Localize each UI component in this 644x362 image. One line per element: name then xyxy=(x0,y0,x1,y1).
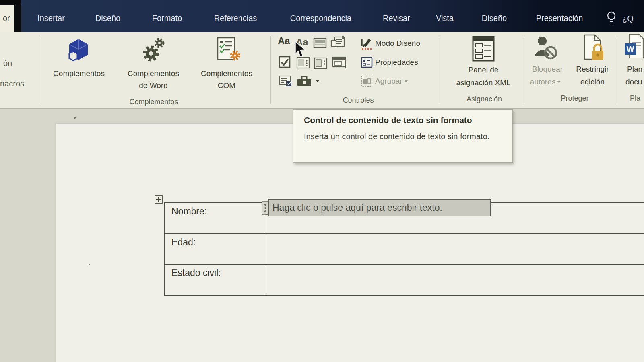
design-mode-icon[interactable] xyxy=(360,37,373,50)
content-control-placeholder: Haga clic o pulse aquí para escribir tex… xyxy=(272,202,442,213)
table-border-left xyxy=(164,202,165,296)
group-label-controles: Controles xyxy=(343,96,374,105)
code-group-partial-text: nacros xyxy=(0,79,24,88)
repeating-section-control-button[interactable] xyxy=(279,75,292,88)
tab-diseno-tabla[interactable]: Diseño xyxy=(482,14,507,23)
content-control-handle[interactable] xyxy=(262,201,268,215)
window-corner-black xyxy=(0,0,21,6)
group-divider xyxy=(524,36,524,104)
tell-me-text[interactable]: ¿Q xyxy=(622,14,634,23)
table-row-divider xyxy=(164,264,644,265)
table-cell-edad[interactable]: Edad: xyxy=(171,237,196,248)
legacy-tools-button[interactable] xyxy=(297,76,312,88)
tab-vista[interactable]: Vista xyxy=(436,14,454,23)
ribbon-programador: ón nacros Complementos Complementos de W… xyxy=(0,32,644,109)
group-label-complementos: Complementos xyxy=(129,98,178,106)
tab-formato[interactable]: Formato xyxy=(152,14,182,23)
ribbon-tab-bar: or Insertar Diseño Formato Referencias C… xyxy=(0,0,644,32)
tab-correspondencia[interactable]: Correspondencia xyxy=(290,14,351,23)
addins-button[interactable]: Complementos xyxy=(53,69,105,78)
restrict-editing-button[interactable]: Restringir xyxy=(576,65,609,74)
picture-control-button[interactable] xyxy=(313,38,327,48)
tooltip-plain-text-control: Control de contenido de texto sin format… xyxy=(293,109,513,163)
addins-cube-icon[interactable] xyxy=(68,38,89,62)
properties-icon[interactable] xyxy=(361,56,373,68)
group-divider xyxy=(270,36,271,104)
group-label-asignacion: Asignación xyxy=(466,95,502,103)
lightbulb-icon[interactable] xyxy=(606,10,617,26)
document-template-icon[interactable]: W xyxy=(625,34,644,61)
group-controls-icon[interactable] xyxy=(361,75,373,87)
group-label-plantillas: Pla xyxy=(630,94,640,103)
com-addins-button-line2[interactable]: COM xyxy=(218,81,235,90)
block-authors-icon[interactable] xyxy=(534,35,559,63)
xml-mapping-pane-icon[interactable] xyxy=(472,35,495,62)
table-column-divider xyxy=(266,202,266,296)
tooltip-body: Inserta un control de contenido de texto… xyxy=(304,130,497,143)
block-authors-button[interactable]: Bloquear xyxy=(532,65,563,74)
date-picker-control-button[interactable] xyxy=(332,56,346,69)
xml-mapping-pane-button-line2[interactable]: asignación XML xyxy=(456,78,510,87)
tab-insertar[interactable]: Insertar xyxy=(37,14,65,23)
com-addins-button[interactable]: Complementos xyxy=(201,69,252,78)
tab-referencias[interactable]: Referencias xyxy=(214,14,257,23)
tab-gap-black xyxy=(14,5,21,32)
table-cell-nombre[interactable]: Nombre: xyxy=(171,206,207,217)
tab-diseno[interactable]: Diseño xyxy=(95,14,120,23)
rich-text-control-button[interactable]: Aa xyxy=(278,35,290,47)
group-divider xyxy=(39,36,39,104)
code-group-partial-text: ón xyxy=(3,59,12,68)
com-addins-icon[interactable] xyxy=(216,37,241,62)
active-tab-label: or xyxy=(3,14,10,23)
group-controls-button[interactable]: Agrupar xyxy=(375,77,408,86)
document-template-button-line2[interactable]: docu xyxy=(625,78,642,86)
tab-programador-active[interactable]: or xyxy=(0,5,14,32)
word-window: or Insertar Diseño Formato Referencias C… xyxy=(0,0,644,362)
word-addins-gears-icon[interactable] xyxy=(142,37,166,62)
group-caret-icon xyxy=(405,80,408,82)
restrict-editing-button-line2[interactable]: edición xyxy=(580,78,605,86)
xml-mapping-pane-button[interactable]: Panel de xyxy=(468,66,498,74)
restrict-editing-icon[interactable] xyxy=(582,34,605,64)
svg-text:W: W xyxy=(627,45,634,53)
content-control-field[interactable]: Haga clic o pulse aquí para escribir tex… xyxy=(268,199,491,216)
table-row-divider xyxy=(164,233,644,234)
building-block-gallery-control-button[interactable] xyxy=(330,36,345,49)
block-authors-caret-icon xyxy=(557,81,561,83)
table-border-bottom xyxy=(164,295,644,296)
tooltip-title: Control de contenido de texto sin format… xyxy=(304,115,472,125)
tab-presentacion[interactable]: Presentación xyxy=(536,14,583,23)
table-cell-estado-civil[interactable]: Estado civil: xyxy=(171,267,221,278)
word-addins-button-line2[interactable]: de Word xyxy=(139,81,167,90)
screen-speck xyxy=(89,264,90,265)
document-template-button[interactable]: Plan xyxy=(627,65,642,74)
dropdown-list-control-button[interactable] xyxy=(314,57,328,69)
properties-button[interactable]: Propiedades xyxy=(375,58,418,67)
legacy-tools-caret-icon[interactable] xyxy=(316,80,319,82)
group-divider xyxy=(618,36,618,104)
screen-speck xyxy=(74,117,76,119)
design-mode-button[interactable]: Modo Diseño xyxy=(375,39,420,48)
word-addins-button[interactable]: Complementos xyxy=(128,69,179,78)
group-label-proteger: Proteger xyxy=(561,94,588,103)
mouse-cursor xyxy=(294,41,309,58)
tab-revisar[interactable]: Revisar xyxy=(383,14,410,23)
combo-box-control-button[interactable] xyxy=(296,57,310,69)
checkbox-control-button[interactable] xyxy=(279,56,291,68)
move-arrows-icon xyxy=(156,197,161,202)
group-divider xyxy=(439,36,439,104)
table-move-handle[interactable] xyxy=(155,195,163,204)
block-authors-button-line2[interactable]: autores xyxy=(530,78,561,86)
